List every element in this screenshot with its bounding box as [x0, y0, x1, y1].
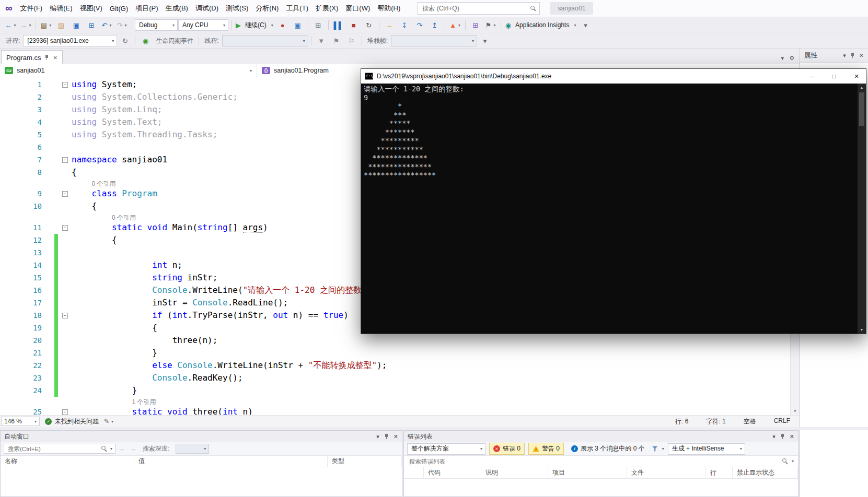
edit-mode-button[interactable]: ✎ ▾ [104, 418, 113, 425]
menu-item-1[interactable]: 编辑(E) [46, 1, 76, 16]
column-header-1[interactable]: 值 [134, 456, 328, 467]
error-scope-dropdown[interactable]: 整个解决方案 ▾ [407, 443, 485, 455]
autos-search-input[interactable] [7, 445, 99, 453]
chevron-down-icon[interactable]: ▾ [843, 52, 846, 59]
close-icon[interactable]: ✕ [53, 55, 57, 61]
search-input[interactable] [421, 4, 527, 13]
codelens-row[interactable]: 1 个引用 [0, 397, 790, 406]
tab-list-dropdown-icon[interactable]: ▾ [781, 55, 784, 62]
quick-search-box[interactable] [418, 2, 540, 15]
breadcrumb-project-dropdown[interactable]: C# sanjiao01 ▾ [0, 64, 257, 77]
column-header-2[interactable]: 项目 [548, 467, 627, 478]
document-health-indicator[interactable]: ✓ 未找到相关问题 [45, 417, 99, 426]
chevron-down-icon[interactable]: ▾ [662, 446, 664, 451]
warnings-filter-button[interactable]: ! 警告 0 [528, 443, 564, 455]
menu-item-3[interactable]: Git(G) [106, 2, 132, 15]
pin-icon[interactable] [780, 433, 785, 440]
fold-toggle[interactable]: − [62, 409, 68, 415]
menu-item-2[interactable]: 视图(V) [76, 1, 106, 16]
close-icon[interactable]: ✕ [790, 433, 794, 440]
fold-toggle[interactable]: − [62, 191, 68, 197]
process-refresh-icon[interactable]: ↻ [118, 34, 132, 47]
thread-dropdown[interactable]: ▾ [222, 35, 308, 46]
open-file-icon[interactable]: ▨ [54, 19, 68, 31]
browser-link-icon[interactable]: ▣ [291, 19, 305, 31]
chevron-down-icon[interactable]: ▾ [792, 459, 794, 464]
severity-column-header[interactable] [404, 467, 424, 478]
step-into-icon[interactable]: ↧ [397, 19, 412, 31]
menu-item-7[interactable]: 测试(S) [222, 1, 252, 16]
close-button[interactable]: ✕ [847, 69, 866, 84]
window-position-icon[interactable]: ▾ [376, 433, 379, 440]
menu-item-10[interactable]: 扩展(X) [312, 1, 342, 16]
step-over-icon[interactable]: ↷ [412, 19, 427, 31]
menu-item-6[interactable]: 调试(D) [192, 1, 222, 16]
close-icon[interactable]: ✕ [859, 52, 864, 59]
undo-icon[interactable]: ↶▾ [99, 19, 114, 31]
flag-icon[interactable]: ⚑ [329, 34, 344, 47]
fold-toggle[interactable]: − [62, 313, 68, 318]
console-title-bar[interactable]: C:\ D:\vs2019\vsproj\sanjiao01\sanjiao01… [361, 69, 866, 84]
messages-filter-button[interactable]: i 展示 3 个消息中的 0 个 [568, 443, 649, 454]
toolbar-overflow-icon[interactable]: ▾ [478, 34, 492, 47]
pin-icon[interactable] [44, 54, 49, 61]
fold-toggle[interactable]: − [62, 82, 68, 88]
autos-grid-body[interactable] [1, 467, 402, 496]
chevron-down-icon[interactable]: ▾ [110, 446, 112, 451]
code-line[interactable]: 25− static void three(int n) [0, 406, 790, 415]
maximize-button[interactable]: □ [825, 69, 843, 84]
zoom-dropdown[interactable]: 146 % ▾ [1, 417, 40, 426]
pin-icon[interactable] [384, 433, 389, 440]
menu-item-11[interactable]: 窗口(W) [342, 1, 374, 16]
code-line[interactable]: 20 three(n); [0, 334, 790, 347]
scroll-up-icon[interactable]: ▲ [860, 84, 864, 91]
column-header-5[interactable]: 禁止显示状态 [733, 467, 798, 478]
autos-title-bar[interactable]: 自动窗口 ▾ ✕ [1, 431, 402, 442]
hot-reload-dot-icon[interactable]: ● [275, 19, 290, 31]
code-line[interactable]: 23 Console.ReadKey(); [0, 372, 790, 384]
redo-icon[interactable]: ↷▾ [114, 19, 129, 31]
menu-item-5[interactable]: 生成(B) [162, 1, 192, 16]
autos-search-box[interactable]: ▾ [4, 444, 115, 454]
errors-filter-button[interactable]: ✕ 错误 0 [489, 443, 525, 455]
stop-debugging-icon[interactable]: ■ [346, 19, 361, 31]
process-dropdown[interactable]: [23936] sanjiao01.exe▾ [23, 35, 117, 46]
filter-threads-icon[interactable]: ▼ [314, 34, 329, 47]
scroll-down-icon[interactable]: ▼ [860, 326, 864, 334]
forward-icon[interactable]: → [130, 445, 136, 453]
console-scrollbar[interactable]: ▲ ▼ [858, 84, 866, 334]
error-list-search-box[interactable]: ▾ [404, 456, 798, 467]
menu-item-12[interactable]: 帮助(H) [374, 1, 404, 16]
code-line[interactable]: 21 } [0, 347, 790, 359]
new-file-icon[interactable]: ▤▾ [39, 19, 53, 31]
code-line[interactable]: 22 else Console.WriteLine(inStr + "不能转换成… [0, 359, 790, 372]
stack-frame-dropdown[interactable]: ▾ [391, 35, 477, 46]
back-icon[interactable]: ← [119, 445, 126, 453]
menu-item-0[interactable]: 文件(F) [17, 1, 47, 16]
window-position-icon[interactable]: ▾ [772, 433, 776, 440]
application-insights-button[interactable]: ◉Application Insights▾ [504, 19, 578, 31]
error-source-dropdown[interactable]: 生成 + IntelliSense ▾ [668, 443, 745, 455]
menu-item-4[interactable]: 项目(P) [132, 1, 161, 16]
code-map-icon[interactable]: ⊞ [468, 19, 483, 31]
close-icon[interactable]: ✕ [394, 433, 398, 440]
breadcrumb-type-dropdown[interactable]: {} sanjiao01.Program [257, 64, 333, 77]
search-depth-dropdown[interactable]: ▾ [176, 444, 209, 454]
fold-toggle[interactable]: − [62, 225, 68, 231]
column-header-1[interactable]: 说明 [481, 467, 548, 478]
solution-configurations-dropdown[interactable]: Debug▾ [135, 19, 178, 31]
error-list-title-bar[interactable]: 错误列表 ▾ ✕ [404, 431, 798, 442]
console-window[interactable]: C:\ D:\vs2019\vsproj\sanjiao01\sanjiao01… [361, 68, 866, 334]
step-out-icon[interactable]: ↥ [427, 19, 442, 31]
minimize-button[interactable]: — [802, 69, 821, 84]
code-line[interactable]: 24 } [0, 384, 790, 397]
nav-back-icon[interactable]: ←▾ [3, 19, 18, 31]
flag-outline-icon[interactable]: ⚐ [344, 34, 359, 47]
column-header-2[interactable]: 类型 [328, 456, 402, 467]
restart-icon[interactable]: ↻ [362, 19, 376, 31]
scrollbar-thumb[interactable] [859, 92, 864, 126]
hot-reload-fire-icon[interactable]: ▲▾ [448, 19, 462, 31]
menu-item-9[interactable]: 工具(T) [282, 1, 312, 16]
pin-icon[interactable] [850, 52, 855, 58]
element-picker-icon[interactable]: ⊞ [311, 19, 326, 31]
